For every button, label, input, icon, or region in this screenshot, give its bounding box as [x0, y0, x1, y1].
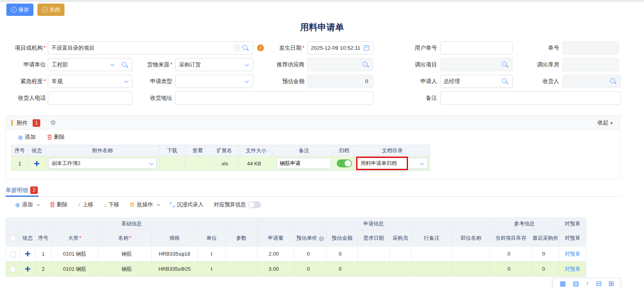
row-plus-icon[interactable]: [25, 251, 30, 256]
cell-param[interactable]: [226, 262, 258, 277]
required-mark: *: [302, 45, 304, 51]
receiver-phone-field[interactable]: [48, 91, 133, 105]
search-icon[interactable]: [610, 78, 617, 85]
cell-param[interactable]: [226, 246, 258, 262]
cell-name[interactable]: 钢筋: [98, 262, 152, 277]
search-icon[interactable]: [242, 45, 249, 51]
cell-need-date[interactable]: [358, 246, 390, 262]
cell-category[interactable]: 0101 钢筋: [51, 246, 98, 262]
urgency-select[interactable]: 常规: [48, 75, 133, 88]
settings-gear-icon[interactable]: ⚙: [50, 116, 56, 130]
batch-operation-button[interactable]: ⚙ 批操作: [130, 201, 160, 208]
cell-part-name[interactable]: [453, 262, 490, 277]
expand-rows-icon[interactable]: ⊞: [608, 280, 614, 287]
batch-gear-icon: ⚙: [130, 201, 135, 208]
rec-supplier-field[interactable]: [307, 58, 373, 71]
remark-input[interactable]: [440, 91, 621, 105]
save-button[interactable]: ✓ 保存: [6, 4, 33, 16]
search-icon[interactable]: [363, 62, 369, 68]
budget-toggle[interactable]: [248, 201, 261, 208]
receive-address-input[interactable]: [175, 91, 373, 105]
details-count-badge: 2: [30, 186, 38, 194]
doc-dir-select[interactable]: 用料申请单归档: [357, 158, 427, 169]
cell-name[interactable]: 钢筋: [98, 246, 152, 262]
out-project-field[interactable]: [440, 58, 513, 71]
top-divider: [0, 0, 644, 2]
budget-link[interactable]: 对预算: [565, 251, 580, 257]
cell-row-remark[interactable]: [411, 262, 453, 277]
goods-source-select[interactable]: 采购订货: [175, 58, 253, 71]
col-ext: 扩展名: [211, 145, 238, 156]
est-amount-field: [307, 75, 373, 88]
clear-icon[interactable]: ×: [234, 45, 240, 51]
cell-est-price[interactable]: 0: [294, 262, 327, 277]
receiver-phone-input[interactable]: [48, 91, 133, 105]
tab-details[interactable]: 单据明细 2: [6, 186, 39, 197]
project-input[interactable]: [48, 41, 253, 54]
table-icon[interactable]: ▦: [559, 280, 566, 287]
cell-qty[interactable]: 2.00: [258, 246, 294, 262]
cell-spec[interactable]: HRB335≤φ18: [152, 246, 198, 262]
save-label: 保存: [18, 6, 29, 14]
remark-label: 备注: [394, 91, 437, 105]
group-apply-info: 申请信息: [258, 218, 490, 230]
attachment-remark-input[interactable]: [277, 158, 331, 169]
search-icon[interactable]: [502, 62, 508, 68]
cell-buyer[interactable]: [390, 246, 411, 262]
remark-field[interactable]: [440, 91, 621, 105]
close-button[interactable]: × 关闭: [37, 4, 64, 16]
attachment-download-cell[interactable]: [160, 156, 185, 171]
cell-category[interactable]: 0101 钢筋: [51, 262, 98, 277]
user-no-input[interactable]: [440, 41, 513, 54]
attachment-add-button[interactable]: ⊕ 添加: [18, 134, 36, 141]
applicant-label: 申请人: [394, 75, 437, 88]
detail-add-button[interactable]: ⊕ 添加: [15, 201, 39, 208]
collapse-rows-icon[interactable]: ⊟: [596, 280, 601, 287]
calendar-icon[interactable]: [364, 45, 369, 50]
attachment-view-cell[interactable]: [185, 156, 211, 171]
up-icon[interactable]: ↑: [586, 280, 589, 287]
cell-need-date[interactable]: [358, 262, 390, 277]
receiver-field[interactable]: [562, 75, 621, 88]
col-buyer: 采购员: [390, 230, 411, 246]
cell-unit[interactable]: t: [198, 246, 226, 262]
project-field[interactable]: ×: [48, 41, 253, 54]
apply-unit-select[interactable]: 工程部: [48, 58, 119, 71]
cell-est-price[interactable]: 0: [294, 246, 327, 262]
cell-buyer[interactable]: [390, 262, 411, 277]
archive-toggle[interactable]: [337, 159, 352, 167]
user-no-field[interactable]: [440, 41, 513, 54]
col-status: 状态: [20, 230, 35, 246]
cell-qty[interactable]: 3.00: [258, 262, 294, 277]
search-icon[interactable]: [502, 78, 508, 85]
applicant-field[interactable]: [440, 75, 513, 88]
cell-unit[interactable]: t: [198, 262, 226, 277]
select-all-checkbox[interactable]: [10, 235, 16, 241]
immersive-entry-button[interactable]: 沉浸式录入: [170, 201, 204, 208]
occur-date-field[interactable]: [307, 41, 373, 54]
cell-part-name[interactable]: [453, 246, 490, 262]
cell-spec[interactable]: HRB335≤Φ25: [152, 262, 198, 277]
col-remark: 备注: [274, 145, 334, 156]
list-icon[interactable]: ▤: [573, 280, 579, 287]
row-checkbox[interactable]: [10, 266, 16, 272]
apply-type-select[interactable]: [175, 75, 253, 88]
detail-delete-button[interactable]: 删除: [50, 201, 68, 208]
attachments-toolbar: ⊕ 添加 删除: [18, 134, 65, 141]
receive-address-field[interactable]: [175, 91, 373, 105]
budget-link[interactable]: 对预算: [565, 266, 580, 272]
cell-last-price: 0: [532, 246, 559, 262]
attachment-name-select[interactable]: 副本工作簿2: [48, 158, 157, 169]
attachment-delete-button[interactable]: 删除: [47, 134, 65, 141]
cell-row-remark[interactable]: [411, 246, 453, 262]
row-plus-icon[interactable]: [34, 161, 39, 166]
attachment-seq: 1: [12, 156, 28, 171]
attachment-row: 1 副本工作簿2 .xls 44 KB 用料申请单归档: [12, 156, 430, 171]
row-plus-icon[interactable]: [25, 266, 30, 272]
move-up-button[interactable]: ↑ 上移: [78, 201, 94, 208]
required-mark: *: [129, 235, 131, 241]
urgency-value: 常规: [52, 78, 62, 84]
row-checkbox[interactable]: [10, 251, 16, 257]
move-down-button[interactable]: ↓ 下移: [104, 201, 119, 208]
collapse-button[interactable]: 收起▼: [597, 116, 613, 130]
